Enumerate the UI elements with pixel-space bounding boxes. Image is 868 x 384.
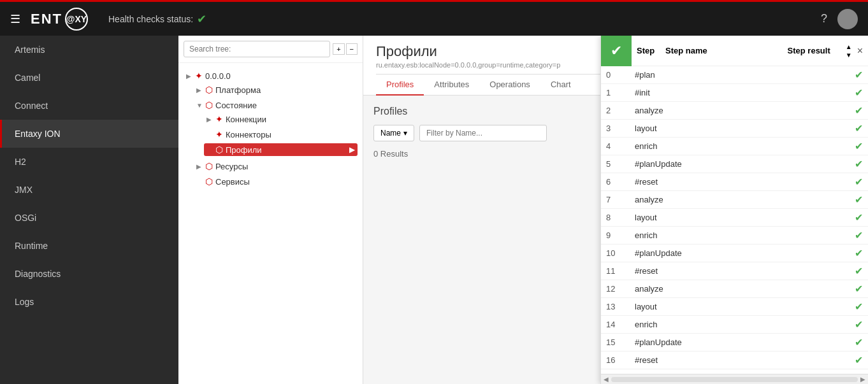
collapse-all-button[interactable]: − [346,43,358,55]
scroll-left-icon[interactable]: ◀ [604,376,609,383]
logo-circle: @XY [65,8,88,31]
sidebar-item-osgi[interactable]: OSGi [0,204,178,232]
sidebar-item-artemis[interactable]: Artemis [0,36,178,64]
step-number: 0 [606,70,635,80]
tree-expand-buttons: + − [333,43,358,55]
step-result-icon: ✔ [806,336,863,348]
step-name-cell: analyze [635,195,806,204]
step-result-icon: ✔ [806,318,863,331]
sort-down-icon[interactable]: ▼ [846,52,852,59]
step-result-icon: ✔ [806,176,863,188]
tree-arrow-connections: ▶ [206,116,213,123]
content-path: ru.entaxy.esb:localNode=0.0.0.0,group=ru… [376,61,567,69]
tree-node-row-connectors[interactable]: ✦ Коннекторы [204,128,358,141]
tree-node-row-state[interactable]: ▼ ⬡ Состояние [194,99,358,111]
sort-up-icon[interactable]: ▲ [846,43,852,50]
tree-node-root: ▶ ✦ 0.0.0.0 ▶ ⬡ Платформа [184,68,358,190]
content-panel: Профили ru.entaxy.esb:localNode=0.0.0.0,… [363,36,868,384]
sidebar-item-camel[interactable]: Camel [0,64,178,92]
step-number: 4 [606,141,635,151]
avatar[interactable] [837,9,858,29]
step-name-cell: enrich [635,141,806,151]
scroll-right-icon[interactable]: ▶ [860,376,865,383]
steps-bottom-scrollbar: ◀ ▶ [601,374,868,384]
tree-node-row-platform[interactable]: ▶ ⬡ Платформа [194,83,358,96]
step-row: 2 analyze ✔ [601,102,868,120]
step-number: 8 [606,213,635,222]
step-number: 3 [606,124,635,133]
sidebar-item-entaxy-ion[interactable]: Entaxy ION [0,120,178,148]
sidebar-item-logs[interactable]: Logs [0,288,178,316]
step-number: 13 [606,302,635,311]
sort-arrows: ▲ ▼ [846,43,852,59]
close-button[interactable]: × [857,45,863,57]
step-row: 15 #planUpdate ✔ [601,334,868,352]
step-row: 1 #init ✔ [601,84,868,102]
step-name-cell: #planUpdate [635,338,806,347]
tree-node-connections: ▶ ✦ Коннекции [204,111,358,127]
tab-profiles[interactable]: Profiles [376,75,424,96]
tab-chart[interactable]: Chart [540,75,581,96]
tree-search-input[interactable] [184,41,330,57]
filter-dropdown[interactable]: Name ▾ [373,125,414,141]
tree-node-row-profiles[interactable]: ⬡ Профили ▶ [204,143,358,156]
step-number: 12 [606,284,635,294]
tree-label-state: Состояние [215,101,257,110]
tree-arrow-resources: ▶ [196,163,203,170]
step-name-cell: layout [635,302,806,311]
step-number: 1 [606,88,635,97]
tree-panel: + − ▶ ✦ 0.0.0.0 ▶ ⬡ Платфо [178,36,363,384]
sidebar-item-connect[interactable]: Connect [0,92,178,120]
step-number: 9 [606,231,635,240]
step-col-header: Step [637,46,665,55]
tree-icon-connectors: ✦ [215,129,223,139]
tree-label-platform: Платформа [215,85,261,95]
menu-icon[interactable]: ☰ [10,12,20,26]
expand-all-button[interactable]: + [333,43,344,55]
step-row: 8 layout ✔ [601,209,868,227]
help-icon[interactable]: ? [821,12,827,25]
tree-content: ▶ ✦ 0.0.0.0 ▶ ⬡ Платформа [178,63,363,384]
step-number: 15 [606,338,635,347]
step-name-cell: layout [635,213,806,222]
tree-label-services: Сервисы [215,177,250,187]
step-name-cell: enrich [635,231,806,240]
sidebar-item-diagnostics[interactable]: Diagnostics [0,260,178,288]
steps-header: ✔ Step Step name Step result ▲ ▼ × [601,36,868,66]
tree-label-connectors: Коннекторы [226,130,271,139]
filter-name-input[interactable] [419,125,547,141]
scroll-track[interactable] [611,377,858,382]
tree-node-row-root[interactable]: ▶ ✦ 0.0.0.0 [184,69,358,82]
step-result-icon: ✔ [806,122,863,134]
tab-operations[interactable]: Operations [479,75,540,96]
sidebar-item-h2[interactable]: H2 [0,148,178,176]
topbar: ☰ ENT @XY Health checks status: ✔ ? [0,0,868,36]
filter-label: Name [380,129,401,138]
tree-node-profiles: ⬡ Профили ▶ [204,142,358,157]
tree-arrow-platform: ▶ [196,87,203,94]
step-name-cell: layout [635,124,806,133]
tree-node-row-services[interactable]: ⬡ Сервисы [194,175,358,188]
step-name-cell: #planUpdate [635,159,806,169]
logo-text: ENT [31,11,62,27]
sidebar-item-jmx[interactable]: JMX [0,176,178,204]
tree-node-row-connections[interactable]: ▶ ✦ Коннекции [204,113,358,125]
tree-icon-profiles: ⬡ [215,145,223,155]
step-result-col-header: Step result [786,46,843,55]
step-name-cell: #planUpdate [635,248,806,258]
step-name-cell: #reset [635,355,806,365]
tree-node-resources: ▶ ⬡ Ресурсы [194,159,358,174]
step-row: 11 #reset ✔ [601,262,868,280]
tree-search-row: + − [178,36,363,63]
steps-header-cols: Step Step name Step result ▲ ▼ × [632,36,868,66]
tree-label-resources: Ресурсы [215,162,248,171]
sidebar-item-runtime[interactable]: Runtime [0,232,178,260]
tree-node-platform: ▶ ⬡ Платформа [194,82,358,97]
tree-node-row-resources[interactable]: ▶ ⬡ Ресурсы [194,160,358,173]
tree-label-connections: Коннекции [226,115,266,124]
sidebar: Artemis Camel Connect Entaxy ION H2 JMX … [0,36,178,384]
steps-ok-icon: ✔ [611,43,622,59]
step-row: 7 analyze ✔ [601,191,868,209]
steps-table[interactable]: 0 #plan ✔ 1 #init ✔ 2 analyze ✔ 3 layout… [601,66,868,374]
tab-attributes[interactable]: Attributes [424,75,479,96]
